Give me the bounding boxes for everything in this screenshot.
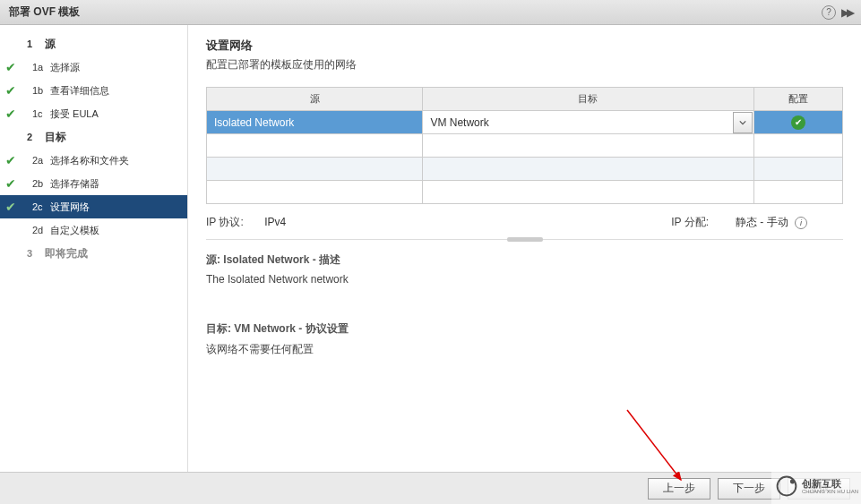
page-subtitle: 配置已部署的模板应使用的网络 bbox=[206, 57, 843, 73]
source-network-section: 源: Isolated Network - 描述 The Isolated Ne… bbox=[206, 252, 843, 286]
dest-network-section: 目标: VM Network - 协议设置 该网络不需要任何配置 bbox=[206, 321, 843, 357]
source-cell: Isolated Network bbox=[207, 113, 422, 132]
check-icon: ✔ bbox=[5, 60, 16, 74]
wizard-sidebar: 1 源 ✔ 1a 选择源 ✔ 1b 查看详细信息 ✔ 1c 接受 EULA 2 … bbox=[0, 25, 188, 472]
ip-alloc-value: 静态 - 手动 i bbox=[736, 215, 807, 230]
col-config: 配置 bbox=[753, 88, 842, 111]
watermark-logo-icon bbox=[775, 474, 798, 498]
chevron-down-icon[interactable] bbox=[733, 112, 753, 133]
dest-network-heading: 目标: VM Network - 协议设置 bbox=[206, 321, 843, 337]
watermark: 创新互联 CHUANG XIN HU LIAN bbox=[771, 468, 861, 504]
step-setup-networks[interactable]: ✔ 2c 设置网络 bbox=[0, 195, 187, 218]
ip-alloc-label: IP 分配: bbox=[671, 215, 709, 230]
check-icon: ✔ bbox=[5, 176, 16, 191]
table-row bbox=[207, 158, 843, 181]
step-select-name-folder[interactable]: ✔ 2a 选择名称和文件夹 bbox=[0, 149, 187, 172]
section-source: 1 源 bbox=[0, 32, 187, 56]
separator[interactable] bbox=[206, 239, 843, 240]
check-icon: ✔ bbox=[5, 200, 16, 214]
col-destination: 目标 bbox=[423, 88, 753, 111]
footer: 上一步 下一步 完成 bbox=[0, 472, 861, 504]
table-row bbox=[207, 134, 843, 158]
section-ready: 3 即将完成 bbox=[0, 242, 187, 265]
help-icon[interactable]: ? bbox=[822, 5, 836, 20]
step-select-source[interactable]: ✔ 1a 选择源 bbox=[0, 56, 187, 79]
step-customize-template[interactable]: 2d 自定义模板 bbox=[0, 218, 187, 242]
step-select-storage[interactable]: ✔ 2b 选择存储器 bbox=[0, 172, 187, 195]
dest-network-body: 该网络不需要任何配置 bbox=[206, 342, 843, 357]
check-icon: ✔ bbox=[5, 83, 16, 98]
check-icon: ✔ bbox=[5, 153, 16, 167]
destination-dropdown[interactable]: VM Network bbox=[423, 111, 753, 133]
col-source: 源 bbox=[207, 88, 423, 111]
table-row[interactable]: Isolated Network VM Network ✔ bbox=[207, 111, 843, 134]
expand-icon[interactable]: ▶▶ bbox=[841, 6, 852, 19]
network-table: 源 目标 配置 Isolated Network VM Network bbox=[206, 87, 843, 204]
table-row bbox=[207, 181, 843, 204]
check-icon: ✔ bbox=[5, 107, 16, 121]
step-accept-eula[interactable]: ✔ 1c 接受 EULA bbox=[0, 102, 187, 125]
ip-protocol-value: IPv4 bbox=[264, 216, 286, 228]
section-destination: 2 目标 bbox=[0, 125, 187, 149]
back-button[interactable]: 上一步 bbox=[648, 478, 710, 500]
step-review-details[interactable]: ✔ 1b 查看详细信息 bbox=[0, 79, 187, 102]
titlebar: 部署 OVF 模板 ? ▶▶ bbox=[0, 0, 861, 25]
config-ok-icon: ✔ bbox=[791, 115, 805, 130]
source-network-body: The Isolated Network network bbox=[206, 273, 843, 286]
main-content: 设置网络 配置已部署的模板应使用的网络 源 目标 配置 Isolated Net… bbox=[188, 25, 861, 472]
info-icon[interactable]: i bbox=[795, 217, 807, 229]
page-heading: 设置网络 bbox=[206, 38, 843, 54]
svg-point-2 bbox=[790, 479, 795, 483]
source-network-heading: 源: Isolated Network - 描述 bbox=[206, 252, 843, 268]
protocol-row: IP 协议: IPv4 IP 分配: 静态 - 手动 i bbox=[206, 215, 843, 230]
ip-protocol-label: IP 协议: bbox=[206, 216, 244, 228]
window-title: 部署 OVF 模板 bbox=[9, 4, 80, 20]
window-controls: ? ▶▶ bbox=[822, 5, 852, 20]
